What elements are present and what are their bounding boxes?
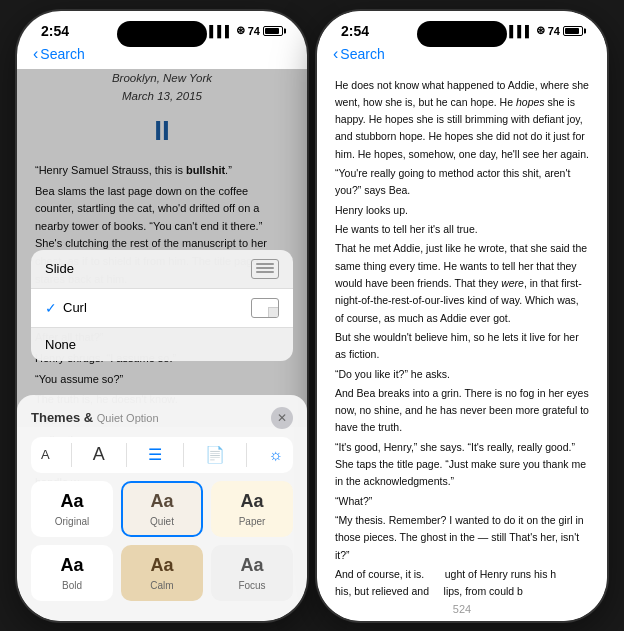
font-small-a: A (41, 447, 50, 462)
checkmark-icon: ✓ (45, 300, 57, 316)
font-controls: A A ☰ 📄 ☼ (31, 437, 293, 473)
theme-name-original: Original (55, 516, 89, 527)
brightness-icon[interactable]: ☼ (268, 446, 283, 464)
separator-1 (71, 443, 72, 467)
slide-option-slide[interactable]: Slide (31, 250, 293, 289)
right-book-content: He does not know what happened to Addie,… (317, 69, 607, 597)
theme-preview-original: Aa (60, 491, 83, 512)
right-para-5: That he met Addie, just like he wrote, t… (335, 240, 589, 327)
themes-header: Themes & Quiet Option ✕ (31, 407, 293, 429)
separator-4 (246, 443, 247, 467)
right-para-12: And of course, it is. ught of Henry runs… (335, 566, 589, 597)
right-para-10: “What?” (335, 493, 589, 510)
status-icons-right: ▌▌▌ ⊛ 74 (509, 24, 583, 37)
slide-label: Slide (45, 261, 74, 276)
curl-label: Curl (63, 300, 87, 315)
themes-panel: Themes & Quiet Option ✕ A A ☰ 📄 (17, 395, 307, 621)
theme-name-bold: Bold (62, 580, 82, 591)
signal-icon: ▌▌▌ (209, 25, 232, 37)
slide-option-none[interactable]: None (31, 328, 293, 361)
theme-card-focus[interactable]: Aa Focus (211, 545, 293, 601)
theme-name-quiet: Quiet (150, 516, 174, 527)
dim-overlay (17, 69, 307, 428)
curl-page-icon (251, 298, 279, 318)
right-para-4: He wants to tell her it's all true. (335, 221, 589, 238)
nav-back-label-right: Search (340, 46, 384, 62)
signal-icon-right: ▌▌▌ (509, 25, 532, 37)
themes-subtitle: Quiet Option (97, 412, 159, 424)
separator-3 (183, 443, 184, 467)
back-chevron-icon-right: ‹ (333, 45, 338, 63)
wifi-icon-right: ⊛ (536, 24, 545, 37)
right-para-6: But she wouldn't believe him, so he lets… (335, 329, 589, 364)
none-label: None (45, 337, 76, 352)
dynamic-island (117, 21, 207, 47)
theme-card-paper[interactable]: Aa Paper (211, 481, 293, 537)
nav-back-label-left: Search (40, 46, 84, 62)
battery-text-right: 74 (548, 25, 560, 37)
theme-card-bold[interactable]: Aa Bold (31, 545, 113, 601)
nav-back-right[interactable]: ‹ Search (333, 45, 385, 63)
battery-icon-right (563, 26, 583, 36)
slide-option-curl[interactable]: ✓ Curl (31, 289, 293, 328)
status-icons-left: ▌▌▌ ⊛ 74 (209, 24, 283, 37)
dynamic-island-right (417, 21, 507, 47)
right-para-3: Henry looks up. (335, 202, 589, 219)
theme-preview-bold: Aa (60, 555, 83, 576)
theme-preview-calm: Aa (150, 555, 173, 576)
theme-preview-paper: Aa (240, 491, 263, 512)
close-themes-button[interactable]: ✕ (271, 407, 293, 429)
font-large-a: A (93, 444, 105, 465)
right-para-2: “You're really going to method actor thi… (335, 165, 589, 200)
theme-cards-grid: Aa Original Aa Quiet Aa Paper Aa (31, 481, 293, 601)
theme-card-calm[interactable]: Aa Calm (121, 545, 203, 601)
phones-container: 2:54 ▌▌▌ ⊛ 74 ‹ Search (17, 11, 607, 621)
theme-preview-focus: Aa (240, 555, 263, 576)
theme-card-quiet[interactable]: Aa Quiet (121, 481, 203, 537)
status-time-right: 2:54 (341, 23, 369, 39)
font-icon[interactable]: 📄 (205, 445, 225, 464)
theme-card-original[interactable]: Aa Original (31, 481, 113, 537)
status-time-left: 2:54 (41, 23, 69, 39)
theme-name-focus: Focus (238, 580, 265, 591)
theme-name-paper: Paper (239, 516, 266, 527)
right-para-7: “Do you like it?” he asks. (335, 366, 589, 383)
separator-2 (126, 443, 127, 467)
slide-menu-panel: Slide ✓ (31, 250, 293, 361)
wifi-icon: ⊛ (236, 24, 245, 37)
right-para-1: He does not know what happened to Addie,… (335, 77, 589, 164)
slide-page-icon (251, 259, 279, 279)
theme-name-calm: Calm (150, 580, 173, 591)
back-chevron-icon: ‹ (33, 45, 38, 63)
right-para-9: “It's good, Henry,” she says. “It's real… (335, 439, 589, 491)
page-number: 524 (317, 597, 607, 621)
battery-icon-left (263, 26, 283, 36)
theme-preview-quiet: Aa (150, 491, 173, 512)
text-format-icon[interactable]: ☰ (148, 445, 162, 464)
nav-back-left[interactable]: ‹ Search (33, 45, 85, 63)
right-para-8: And Bea breaks into a grin. There is no … (335, 385, 589, 437)
left-phone: 2:54 ▌▌▌ ⊛ 74 ‹ Search (17, 11, 307, 621)
right-para-11: “My thesis. Remember? I wanted to do it … (335, 512, 589, 564)
right-phone: 2:54 ▌▌▌ ⊛ 74 ‹ Search (317, 11, 607, 621)
themes-title: Themes & Quiet Option (31, 410, 159, 425)
battery-text-left: 74 (248, 25, 260, 37)
